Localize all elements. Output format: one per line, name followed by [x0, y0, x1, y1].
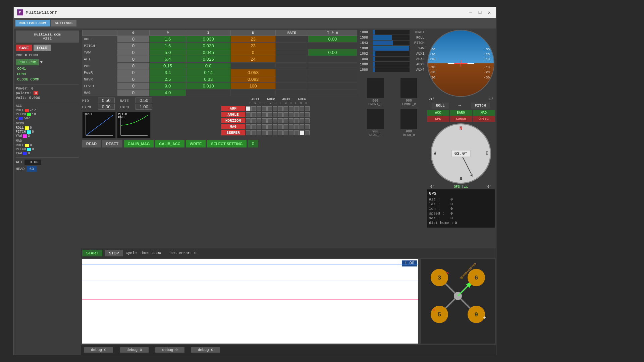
- mode-cb-angle-4[interactable]: [267, 112, 272, 117]
- mode-cb-arm-7[interactable]: [283, 106, 288, 111]
- navr-0-input[interactable]: [128, 77, 139, 82]
- mode-cb-angle-2[interactable]: [257, 112, 261, 117]
- posr-p-input[interactable]: [162, 70, 174, 75]
- alt-d-input[interactable]: [247, 57, 259, 62]
- pos-0-input[interactable]: [128, 63, 139, 68]
- mode-cb-horizon-1[interactable]: [251, 118, 256, 123]
- mode-cb-beeper-7[interactable]: [283, 130, 288, 135]
- mode-cb-arm-3[interactable]: [262, 106, 267, 111]
- mode-cb-arm-10[interactable]: [300, 106, 304, 111]
- load-button[interactable]: LOAD: [34, 45, 51, 51]
- gps-sensor-btn[interactable]: GPS: [427, 116, 449, 122]
- mode-cb-horizon-10[interactable]: [300, 118, 304, 123]
- mode-cb-mag-9[interactable]: [294, 124, 299, 129]
- mode-cb-mag-2[interactable]: [257, 124, 261, 129]
- minimize-button[interactable]: ─: [467, 9, 474, 16]
- mag-p-input[interactable]: [162, 90, 174, 95]
- mode-cb-beeper-9[interactable]: [294, 130, 299, 135]
- baro-sensor-btn[interactable]: BARO: [450, 110, 472, 116]
- mode-cb-horizon-2[interactable]: [257, 118, 261, 123]
- select-setting-button[interactable]: SELECT SETTING: [207, 140, 247, 147]
- yaw-p-input[interactable]: [162, 50, 174, 55]
- select-setting-input[interactable]: [248, 140, 258, 147]
- mode-cb-arm-9[interactable]: [294, 106, 299, 111]
- level-p-input[interactable]: [162, 83, 174, 88]
- com8-item[interactable]: COM8: [16, 71, 79, 77]
- save-button[interactable]: SAVE: [16, 45, 32, 51]
- mode-cb-mag-5[interactable]: [273, 124, 277, 129]
- acc-sensor-btn[interactable]: ACC: [427, 110, 449, 116]
- mode-cb-horizon-3[interactable]: [262, 118, 267, 123]
- pitch-0-input[interactable]: [128, 43, 139, 48]
- mag-sensor-btn[interactable]: MAG: [473, 110, 495, 116]
- posr-0-input[interactable]: [128, 70, 139, 75]
- roll-p-input[interactable]: [162, 37, 174, 42]
- mode-cb-beeper-6[interactable]: [278, 130, 283, 135]
- expo2-input[interactable]: [136, 104, 152, 110]
- pitch-p-input[interactable]: [162, 43, 174, 48]
- close-comm-button[interactable]: CLOSE COMM: [16, 77, 79, 82]
- mode-cb-mag-6[interactable]: [278, 124, 283, 129]
- mode-cb-angle-6[interactable]: [278, 112, 283, 117]
- maximize-button[interactable]: □: [477, 9, 483, 16]
- navr-d-input[interactable]: [246, 77, 261, 82]
- mode-cb-arm-1[interactable]: [251, 106, 256, 111]
- mode-cb-mag-11[interactable]: [305, 124, 310, 129]
- mag-0-input[interactable]: [128, 90, 139, 95]
- pitch-d-input[interactable]: [247, 43, 259, 48]
- mode-cb-arm-4[interactable]: [267, 106, 272, 111]
- menu-multiwii[interactable]: MULTIWII.COM: [15, 20, 50, 26]
- mode-cb-arm-11[interactable]: [305, 106, 310, 111]
- mode-cb-angle-0[interactable]: [246, 112, 251, 117]
- mode-cb-arm-5[interactable]: [273, 106, 277, 111]
- mode-cb-arm-2[interactable]: [257, 106, 261, 111]
- alt-i-input[interactable]: [201, 57, 216, 62]
- mode-cb-horizon-8[interactable]: [289, 118, 293, 123]
- mode-cb-angle-5[interactable]: [273, 112, 277, 117]
- roll-tpa-input[interactable]: [324, 37, 341, 42]
- com1-item[interactable]: COM1: [16, 66, 79, 71]
- yaw-d-input[interactable]: [247, 50, 259, 55]
- mode-cb-beeper-10[interactable]: [300, 130, 304, 135]
- mode-cb-arm-0[interactable]: [246, 106, 251, 111]
- mode-cb-horizon-9[interactable]: [294, 118, 299, 123]
- optic-sensor-btn[interactable]: OPTIC: [473, 116, 495, 122]
- roll-d-input[interactable]: [247, 37, 259, 42]
- mode-cb-beeper-4[interactable]: [267, 130, 272, 135]
- posr-d-input[interactable]: [246, 70, 261, 75]
- expo-input[interactable]: [98, 104, 115, 110]
- mode-cb-angle-8[interactable]: [289, 112, 293, 117]
- mode-cb-beeper-11[interactable]: [305, 130, 310, 135]
- pos-i-input[interactable]: [201, 63, 216, 68]
- write-button[interactable]: WRITE: [186, 140, 206, 147]
- mode-cb-beeper-1[interactable]: [251, 130, 256, 135]
- mode-cb-mag-3[interactable]: [262, 124, 267, 129]
- mode-cb-mag-7[interactable]: [283, 124, 288, 129]
- roll-0-input[interactable]: [128, 37, 139, 42]
- port-com-button[interactable]: PORT COM: [16, 59, 39, 65]
- mode-cb-angle-9[interactable]: [294, 112, 299, 117]
- mode-cb-beeper-5[interactable]: [273, 130, 277, 135]
- yaw-0-input[interactable]: [128, 50, 139, 55]
- mode-cb-angle-3[interactable]: [262, 112, 267, 117]
- mode-cb-beeper-2[interactable]: [257, 130, 261, 135]
- posr-i-input[interactable]: [201, 70, 216, 75]
- mode-cb-horizon-6[interactable]: [278, 118, 283, 123]
- navr-i-input[interactable]: [201, 77, 216, 82]
- mode-cb-mag-4[interactable]: [267, 124, 272, 129]
- alt-0-input[interactable]: [128, 57, 139, 62]
- calib-mag-button[interactable]: CALIB_MAG: [124, 140, 154, 147]
- mode-cb-mag-0[interactable]: [246, 124, 251, 129]
- rate-input[interactable]: [136, 98, 152, 103]
- mode-cb-horizon-0[interactable]: [246, 118, 251, 123]
- mode-cb-arm-8[interactable]: [289, 106, 293, 111]
- mid-input[interactable]: [98, 98, 115, 103]
- level-i-input[interactable]: [201, 83, 216, 88]
- calib-acc-button[interactable]: CALIB_ACC: [155, 140, 184, 147]
- pos-p-input[interactable]: [162, 63, 174, 68]
- roll-i-input[interactable]: [201, 37, 216, 42]
- mode-cb-mag-10[interactable]: [300, 124, 304, 129]
- yaw-tpa-input[interactable]: [324, 50, 341, 55]
- pitch-i-input[interactable]: [201, 43, 216, 48]
- pitch-label-btn[interactable]: PITCH: [471, 103, 490, 109]
